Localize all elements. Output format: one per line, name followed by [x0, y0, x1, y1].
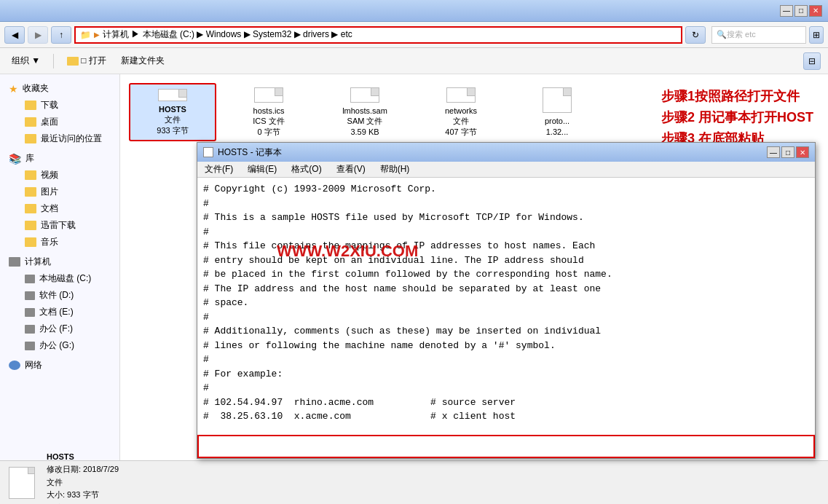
close-button[interactable]: ✕: [809, 5, 822, 17]
status-file-icon: [9, 467, 35, 499]
sidebar-item-recent[interactable]: 最近访问的位置: [0, 130, 119, 147]
sidebar-item-downloads[interactable]: 下载: [0, 97, 119, 114]
music-label: 音乐: [41, 236, 58, 248]
lmhosts-file-label: lmhosts.sam SAM 文件 3.59 KB: [342, 106, 387, 137]
organize-label: 组织 ▼: [12, 55, 40, 67]
notepad-menu-file[interactable]: 文件(F): [202, 162, 236, 176]
refresh-button[interactable]: ↻: [685, 26, 706, 44]
proto-file-name: proto...: [545, 116, 569, 126]
sidebar: ★ 收藏夹 下载 桌面 最近访问的位置: [0, 74, 120, 504]
folder-icon: [67, 57, 79, 66]
notepad-footer-input[interactable]: [197, 435, 815, 458]
folder-icon-recent: [25, 134, 36, 143]
organize-button[interactable]: 组织 ▼: [7, 53, 44, 68]
notepad-title-text: HOSTS - 记事本: [218, 146, 762, 159]
sidebar-item-drive-c[interactable]: 本地磁盘 (C:): [0, 270, 119, 287]
hostsics-file-size: 0 字节: [253, 127, 284, 137]
sidebar-item-drive-f[interactable]: 办公 (F:): [0, 320, 119, 337]
docs-label: 文档: [41, 202, 58, 215]
minimize-button[interactable]: —: [780, 5, 793, 17]
networks-file-size: 407 字节: [445, 127, 477, 137]
computer-label: 计算机: [25, 256, 51, 268]
annotation-text: 步骤1按照路径打开文件 步骤2 用记事本打开HOST 步骤3 在底部粘贴: [661, 86, 813, 149]
folder-icon-pictures: [25, 187, 36, 197]
file-item-hosts[interactable]: HOSTS 文件 933 字节: [129, 83, 216, 141]
sidebar-item-library[interactable]: 📚 库: [0, 150, 119, 167]
notepad-menu-help[interactable]: 帮助(H): [377, 162, 413, 176]
search-field[interactable]: 🔍 搜索 etc: [711, 26, 806, 44]
pictures-label: 图片: [41, 186, 58, 198]
network-section: 网络: [0, 357, 119, 374]
file-item-lmhosts[interactable]: lmhosts.sam SAM 文件 3.59 KB: [321, 83, 409, 141]
drive-g-label: 办公 (G:): [39, 339, 74, 352]
file-item-networks[interactable]: networks 文件 407 字节: [417, 83, 505, 141]
recent-label: 最近访问的位置: [41, 133, 102, 145]
notepad-icon: [203, 147, 213, 157]
lmhosts-file-type: SAM 文件: [342, 116, 387, 126]
lmhosts-file-icon: [350, 87, 379, 103]
notepad-minimize-button[interactable]: —: [767, 146, 780, 158]
star-icon: ★: [9, 83, 18, 95]
new-folder-button[interactable]: 新建文件夹: [117, 53, 169, 68]
sidebar-item-pictures[interactable]: 图片: [0, 184, 119, 200]
address-bar: ◀ ▶ ↑ 📁 ▶ 计算机 ▶ 本地磁盘 (C:) ▶ Windows ▶ Sy…: [0, 22, 828, 48]
up-button[interactable]: ↑: [51, 26, 71, 44]
folder-icon-xunlei: [25, 221, 36, 230]
status-bar: HOSTS 修改日期: 2018/7/29 文件 大小: 933 字节 创建日期…: [0, 460, 828, 504]
proto-file-label: proto... 1.32...: [545, 116, 569, 137]
annotation-line1: 步骤1按照路径打开文件: [661, 86, 813, 107]
new-folder-label: 新建文件夹: [121, 55, 165, 67]
notepad-menu-format[interactable]: 格式(O): [288, 162, 324, 176]
watermark-text: WWW.W2XIU.COM: [277, 240, 418, 263]
maximize-button[interactable]: □: [795, 5, 808, 17]
file-item-hostsics[interactable]: hosts.ics ICS 文件 0 字节: [225, 83, 312, 141]
view-toggle-button[interactable]: ⊟: [803, 52, 821, 70]
sidebar-item-network[interactable]: 网络: [0, 357, 119, 374]
notepad-menu-edit[interactable]: 编辑(E): [245, 162, 280, 176]
address-field[interactable]: 📁 ▶ 计算机 ▶ 本地磁盘 (C:) ▶ Windows ▶ System32…: [74, 26, 682, 44]
folder-icon-download: [25, 101, 36, 110]
downloads-label: 下载: [41, 99, 58, 111]
drive-e-label: 文档 (E:): [39, 306, 74, 318]
sidebar-item-drive-d[interactable]: 软件 (D:): [0, 287, 119, 304]
sidebar-item-drive-g[interactable]: 办公 (G:): [0, 337, 119, 354]
open-button[interactable]: □ 打开: [63, 53, 111, 68]
drive-c-icon: [25, 275, 35, 283]
notepad-close-button[interactable]: ✕: [796, 146, 809, 158]
forward-button[interactable]: ▶: [28, 26, 48, 44]
folder-icon-desktop: [25, 117, 36, 127]
hosts-file-name: HOSTS: [157, 104, 188, 114]
view-options-button[interactable]: ⊞: [809, 26, 824, 44]
file-item-proto[interactable]: proto... 1.32...: [513, 83, 601, 141]
sidebar-item-music[interactable]: 音乐: [0, 234, 119, 251]
annotation-line2: 步骤2 用记事本打开HOST: [661, 107, 813, 128]
status-filetype: 文件: [47, 476, 119, 489]
hosts-file-label: HOSTS 文件 933 字节: [157, 104, 188, 135]
back-button[interactable]: ◀: [4, 26, 25, 44]
computer-section: 计算机 本地磁盘 (C:) 软件 (D:) 文档 (E:): [0, 253, 119, 354]
drive-e-icon: [25, 308, 35, 317]
notepad-menu-view[interactable]: 查看(V): [334, 162, 368, 176]
folder-icon-docs: [25, 204, 36, 213]
hosts-file-size: 933 字节: [157, 125, 188, 135]
search-icon: 🔍: [717, 30, 727, 39]
toolbar: 组织 ▼ □ 打开 新建文件夹 ⊟: [0, 48, 828, 74]
drive-c-label: 本地磁盘 (C:): [39, 272, 91, 285]
notepad-content[interactable]: # Copyright (c) 1993-2009 Microsoft Corp…: [197, 178, 815, 435]
title-bar-buttons: — □ ✕: [780, 5, 822, 17]
network-label: 网络: [25, 359, 42, 371]
drive-d-icon: [25, 291, 35, 300]
notepad-menubar: 文件(F) 编辑(E) 格式(O) 查看(V) 帮助(H): [197, 162, 815, 178]
sidebar-item-video[interactable]: 视频: [0, 167, 119, 184]
sidebar-item-drive-e[interactable]: 文档 (E:): [0, 304, 119, 320]
sidebar-item-favorites[interactable]: ★ 收藏夹: [0, 80, 119, 97]
sidebar-item-xunlei[interactable]: 迅雷下载: [0, 217, 119, 234]
networks-file-label: networks 文件 407 字节: [445, 106, 477, 137]
sidebar-item-computer[interactable]: 计算机: [0, 253, 119, 270]
notepad-title-bar: HOSTS - 记事本 — □ ✕: [197, 143, 815, 162]
sidebar-item-desktop[interactable]: 桌面: [0, 114, 119, 130]
status-modified: 修改日期: 2018/7/29: [47, 463, 119, 476]
hostsics-file-type: ICS 文件: [253, 116, 284, 126]
notepad-maximize-button[interactable]: □: [781, 146, 795, 158]
sidebar-item-docs[interactable]: 文档: [0, 200, 119, 217]
